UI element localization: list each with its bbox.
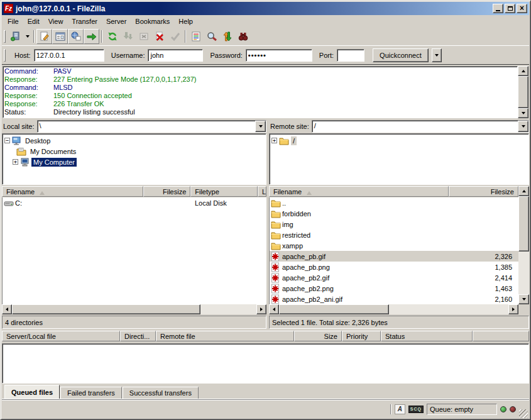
column-header-filename[interactable]: Filename [2, 186, 143, 197]
scrollbar-track[interactable] [518, 196, 529, 294]
scrollbar-thumb[interactable] [279, 304, 389, 314]
remote-file-row[interactable]: apache_pb2_ani.gif2,160 [270, 294, 518, 304]
site-manager-button[interactable] [8, 29, 23, 44]
filter-button[interactable] [188, 29, 204, 44]
quickconnect-dropdown-button[interactable] [432, 48, 442, 62]
scrollbar-thumb[interactable] [518, 196, 529, 251]
tree-item-my-computer[interactable]: + My Computer [3, 157, 266, 167]
transfer-type-indicator-icon[interactable]: A [395, 404, 405, 414]
column-header-size[interactable]: Size [294, 331, 342, 341]
column-header-filesize[interactable]: Filesize [449, 186, 518, 197]
remote-file-row[interactable]: apache_pb.png1,385 [270, 262, 518, 272]
collapse-icon[interactable]: − [4, 138, 10, 143]
compare-directories-button[interactable] [219, 29, 235, 44]
toggle-local-treeview-button[interactable] [52, 29, 68, 44]
message-log[interactable]: Command:PASVResponse:227 Entering Passiv… [3, 66, 518, 118]
scrollbar-track[interactable] [279, 304, 508, 314]
remote-list[interactable]: ..forbiddenimgrestrictedxamppapache_pb.g… [269, 197, 518, 304]
column-header-filesize[interactable]: Filesize [143, 186, 190, 197]
title-bar[interactable]: Fz john@127.0.0.1 - FileZilla × [2, 2, 529, 15]
quickbar-gripper[interactable] [4, 49, 6, 62]
column-header-serverlocalfile[interactable]: Server/Local file [2, 331, 120, 341]
local-file-row[interactable]: C:Local Disk [3, 197, 266, 208]
resize-grip-icon[interactable] [519, 409, 528, 418]
tree-item-my-documents[interactable]: My Documents [3, 146, 266, 157]
scroll-up-button[interactable] [518, 66, 528, 76]
host-input[interactable] [34, 49, 104, 62]
column-header-l[interactable]: L [258, 186, 266, 197]
scroll-left-button[interactable] [2, 304, 12, 314]
remote-file-row[interactable]: img [270, 219, 518, 229]
column-header-filetype[interactable]: Filetype [190, 186, 258, 197]
remote-file-row[interactable]: restricted [270, 229, 518, 240]
indicator-badge-icon[interactable]: SCQ [408, 406, 424, 413]
menu-item-transfer[interactable]: Transfer [67, 16, 102, 26]
scrollbar-track[interactable] [518, 76, 528, 108]
password-input[interactable] [246, 49, 312, 62]
local-list[interactable]: C:Local Disk [2, 197, 266, 304]
username-input[interactable] [148, 49, 203, 62]
remote-file-row[interactable]: .. [270, 197, 518, 208]
apply-button[interactable] [167, 29, 183, 44]
local-horizontal-scrollbar[interactable] [2, 304, 266, 314]
maximize-button[interactable] [505, 4, 515, 13]
search-button[interactable] [235, 29, 251, 44]
scroll-right-button[interactable] [508, 304, 518, 314]
toggle-message-log-button[interactable] [36, 29, 52, 44]
port-input[interactable] [337, 49, 364, 62]
menu-item-edit[interactable]: Edit [23, 16, 44, 26]
column-header-filename[interactable]: Filename [269, 186, 449, 197]
tree-item-desktop[interactable]: − Desktop [3, 135, 266, 146]
menu-item-server[interactable]: Server [102, 16, 131, 26]
menu-item-file[interactable]: File [3, 16, 23, 26]
scroll-left-button[interactable] [269, 304, 279, 314]
log-scrollbar[interactable] [518, 66, 528, 118]
tab-queued-files[interactable]: Queued files [4, 385, 60, 399]
column-header-directi[interactable]: Directi... [120, 331, 156, 341]
remote-file-row[interactable]: apache_pb.gif2,326 [270, 251, 518, 262]
remote-vertical-scrollbar[interactable] [518, 186, 529, 304]
remote-file-row[interactable]: apache_pb2.gif2,414 [270, 272, 518, 283]
column-header-priority[interactable]: Priority [342, 331, 381, 341]
scroll-down-button[interactable] [518, 108, 528, 118]
scroll-up-button[interactable] [518, 186, 529, 196]
expand-icon[interactable]: + [13, 159, 18, 165]
tab-successful-transfers[interactable]: Successful transfers [123, 387, 199, 399]
refresh-button[interactable] [104, 29, 120, 44]
local-tree[interactable]: − Desktop My Documents + My Computer [2, 133, 266, 185]
remote-file-row[interactable]: xampp [270, 240, 518, 251]
scroll-right-button[interactable] [256, 304, 266, 314]
local-site-combo[interactable]: \ [37, 120, 266, 133]
site-manager-dropdown-button[interactable] [23, 29, 31, 44]
scrollbar-thumb[interactable] [518, 76, 528, 108]
remote-tree[interactable]: + / [269, 133, 529, 185]
minimize-button[interactable] [493, 4, 503, 13]
scroll-down-button[interactable] [518, 294, 529, 304]
scrollbar-thumb[interactable] [12, 304, 200, 314]
toggle-remote-treeview-button[interactable] [68, 29, 84, 44]
scrollbar-track[interactable] [12, 304, 256, 314]
delete-button[interactable] [151, 29, 167, 44]
remote-file-row[interactable]: apache_pb2.png1,463 [270, 283, 518, 294]
tab-failed-transfers[interactable]: Failed transfers [60, 387, 122, 399]
toolbar-gripper[interactable] [4, 30, 6, 43]
column-header-remotefile[interactable]: Remote file [156, 331, 294, 341]
remote-file-row[interactable]: forbidden [270, 208, 518, 219]
process-queue-button[interactable] [120, 29, 136, 44]
remote-horizontal-scrollbar[interactable] [269, 304, 518, 314]
remote-site-combo[interactable]: / [312, 120, 529, 133]
column-header-status[interactable]: Status [381, 331, 473, 341]
cancel-operation-button[interactable] [136, 29, 151, 44]
expand-icon[interactable]: + [271, 138, 277, 143]
tree-item-root[interactable]: + / [270, 135, 528, 146]
toggle-transfer-queue-button[interactable] [84, 29, 99, 44]
menu-item-help[interactable]: Help [174, 16, 197, 26]
close-button[interactable]: × [517, 4, 527, 13]
remote-site-dropdown-button[interactable] [518, 121, 528, 132]
menu-item-view[interactable]: View [44, 16, 68, 26]
queue-list[interactable] [2, 343, 529, 384]
local-site-dropdown-button[interactable] [255, 121, 266, 132]
menu-item-bookmarks[interactable]: Bookmarks [131, 16, 174, 26]
find-files-button[interactable] [204, 29, 219, 44]
quickconnect-button[interactable]: Quickconnect [373, 48, 429, 62]
